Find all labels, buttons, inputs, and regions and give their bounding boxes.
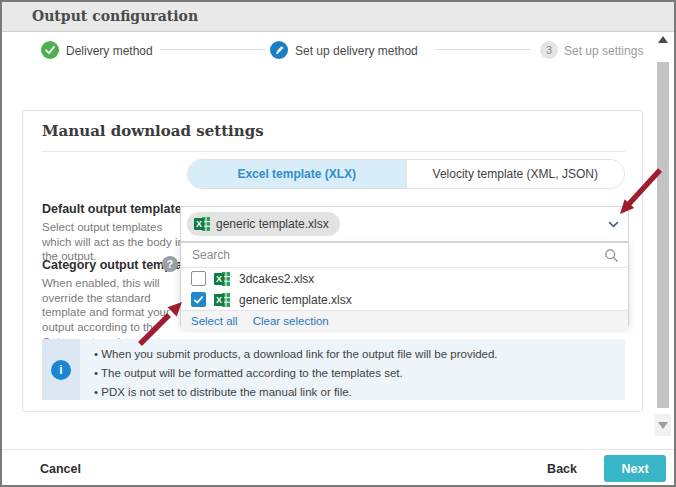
info-box-strip: i (42, 339, 80, 400)
checkbox-unchecked[interactable] (191, 271, 206, 286)
info-bullet: PDX is not set to distribute the manual … (94, 384, 498, 400)
stepper-connector (160, 49, 266, 50)
dropdown-footer: Select all Clear selection (181, 310, 628, 330)
scrollbar-thumb[interactable] (657, 62, 669, 408)
template-dropdown-panel: X 3dcakes2.xlsx X generic template.xlsx … (180, 242, 629, 326)
option-row-generic-template[interactable]: X generic template.xlsx (181, 289, 628, 310)
footer-divider (2, 449, 674, 450)
dropdown-search-row (181, 243, 628, 268)
step-setup-delivery-indicator (270, 41, 288, 59)
step-setup-delivery-label[interactable]: Set up delivery method (295, 44, 418, 58)
info-box: i When you submit products, a download l… (42, 339, 625, 400)
tab-excel-template[interactable]: Excel template (XLX) (188, 160, 406, 188)
default-output-template-label: Default output template (42, 202, 182, 216)
select-all-link[interactable]: Select all (191, 315, 238, 327)
excel-letter: X (216, 274, 222, 284)
option-row-3dcakes2[interactable]: X 3dcakes2.xlsx (181, 268, 628, 289)
step-delivery-method-label[interactable]: Delivery method (66, 44, 153, 58)
clear-selection-link[interactable]: Clear selection (253, 315, 329, 327)
excel-letter: X (196, 219, 202, 229)
vertical-scrollbar[interactable] (655, 34, 671, 436)
pencil-icon (273, 44, 286, 57)
check-icon (193, 295, 204, 305)
tab-velocity-template[interactable]: Velocity template (XML, JSON) (406, 160, 625, 188)
excel-letter: X (216, 295, 222, 305)
template-type-tabs: Excel template (XLX) Velocity template (… (187, 159, 625, 189)
scroll-down-arrow-icon (658, 422, 668, 429)
scroll-down-button[interactable] (655, 414, 671, 436)
step-setup-settings-indicator: 3 (540, 41, 558, 59)
checkbox-checked[interactable] (191, 292, 206, 307)
cancel-button[interactable]: Cancel (40, 462, 81, 476)
info-icon: i (51, 360, 71, 380)
scroll-up-arrow-icon[interactable] (658, 36, 668, 43)
next-button[interactable]: Next (604, 455, 666, 482)
card-heading: Manual download settings (42, 122, 264, 140)
heading-divider (42, 151, 625, 152)
dialog-title: Output configuration (32, 2, 198, 31)
selected-template-chip[interactable]: X generic template.xlsx (187, 212, 340, 236)
option-label: 3dcakes2.xlsx (239, 272, 314, 286)
output-configuration-dialog: Output configuration Delivery method Set… (0, 0, 676, 487)
chevron-down-icon[interactable] (608, 221, 619, 228)
option-label: generic template.xlsx (239, 293, 352, 307)
stepper-connector (435, 49, 531, 50)
excel-file-icon: X (214, 271, 231, 287)
info-bullet-list: When you submit products, a download lin… (80, 339, 508, 400)
info-bullet: The output will be formatted according t… (94, 365, 498, 381)
search-input[interactable] (181, 243, 628, 267)
back-button[interactable]: Back (547, 462, 577, 476)
step-setup-settings-label[interactable]: Set up settings (564, 44, 643, 58)
info-glyph: i (59, 363, 62, 377)
help-glyph: ? (167, 258, 173, 270)
check-icon (43, 43, 57, 57)
step-delivery-method-indicator (41, 41, 59, 59)
excel-file-icon: X (214, 292, 231, 308)
step-number: 3 (546, 44, 552, 56)
search-icon (604, 248, 619, 263)
chip-label: generic template.xlsx (216, 217, 329, 231)
excel-file-icon: X (194, 216, 211, 232)
info-bullet: When you submit products, a download lin… (94, 346, 498, 362)
default-template-select[interactable]: X generic template.xlsx (180, 206, 629, 242)
help-icon[interactable]: ? (162, 256, 178, 272)
dialog-titlebar: Output configuration (2, 2, 674, 32)
